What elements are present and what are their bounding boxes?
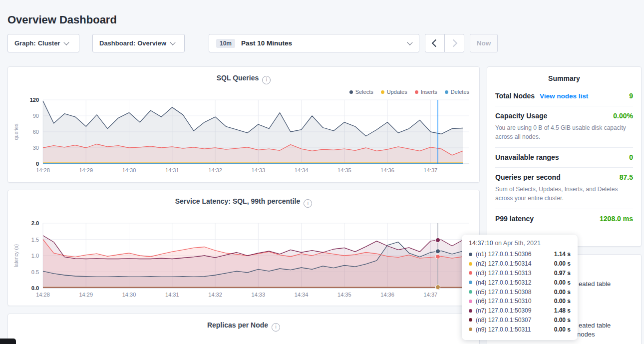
y-tick-label: 120 [30,97,39,103]
legend-label: Deletes [451,89,469,95]
bottom-left-badge [0,339,16,344]
crosshair-dot [436,238,440,242]
qps-label: Queries per second [495,173,561,181]
tooltip-node-value: 1.14 s [554,251,571,258]
time-range-selector[interactable]: 10m Past 10 Minutes [209,34,419,52]
chevron-right-icon [450,39,458,47]
tooltip-node-value: 0.00 s [554,317,571,324]
latency-chart[interactable]: 0.00.51.01.52.014:2814:2914:3014:3114:32… [12,218,476,299]
tooltip-row: (n9) 127.0.0.1:503110.00 s [469,325,571,334]
latency-title: Service Latency: SQL, 99th percentile [175,197,301,205]
page-title: Overview Dashboard [7,13,117,26]
tooltip-node-value: 0.00 s [554,298,571,305]
crosshair-dot [436,249,440,254]
y-tick-label: 60 [33,129,39,135]
legend-item-updates[interactable]: Updates [381,89,407,95]
tooltip-row: (n8) 127.0.0.1:503070.00 s [469,315,571,325]
x-tick-label: 14:36 [380,167,394,173]
total-nodes-value: 9 [629,92,633,100]
time-range-badge: 10m [216,39,235,48]
legend-dot [415,90,418,94]
dashboard-dropdown[interactable]: Dashboard: Overview [92,34,185,52]
x-tick-label: 14:32 [208,167,222,173]
qps-value: 87.5 [620,173,633,181]
y-tick-label: 0 [36,161,39,167]
event-item-fragment: nodes [577,331,595,338]
time-next-button[interactable] [444,34,464,52]
x-tick-label: 14:35 [337,292,351,298]
legend-label: Inserts [421,89,437,95]
tooltip-rows: (n1) 127.0.0.1:503061.14 s(n2) 127.0.0.1… [469,250,571,334]
view-nodes-list-link[interactable]: View nodes list [540,92,588,100]
x-tick-label: 14:30 [122,167,136,173]
unavailable-value: 0 [629,153,633,161]
x-tick-label: 14:37 [424,292,438,298]
replicas-chart-card: Replicas per Nodei [7,314,480,344]
tooltip-node-label: (n6) 127.0.0.1:50310 [476,298,551,305]
crosshair-dot [436,285,440,290]
legend-item-selects[interactable]: Selects [349,89,373,95]
tooltip-series-dot [469,309,472,313]
x-tick-label: 14:34 [295,292,309,298]
time-range-label: Past 10 Minutes [241,39,292,47]
tooltip-row: (n1) 127.0.0.1:503061.14 s [469,250,571,259]
info-icon[interactable]: i [262,76,271,84]
sql-queries-chart[interactable]: 030609012014:2814:2914:3014:3114:3214:33… [12,95,476,175]
tooltip-node-label: (n1) 127.0.0.1:50306 [476,251,551,258]
tooltip-series-dot [469,318,472,322]
tooltip-series-dot [469,262,472,266]
graph-dropdown[interactable]: Graph: Cluster [7,34,79,52]
y-tick-label: 30 [33,145,39,151]
y-tick-label: 2.0 [31,220,39,226]
tooltip-node-label: (n8) 127.0.0.1:50307 [476,317,551,324]
tooltip-node-value: 0.97 s [554,270,571,277]
tooltip-node-value: 0.00 s [554,279,571,286]
time-prev-button[interactable] [425,34,445,52]
y-tick-label: 1.5 [31,237,39,243]
x-tick-label: 14:33 [252,167,266,173]
y-tick-label: 0.5 [31,269,39,275]
y-axis-title: queries [13,124,19,140]
crosshair-dot [436,254,440,259]
x-tick-label: 14:28 [36,292,50,298]
tooltip-row: (n4) 127.0.0.1:503120.00 s [469,278,571,287]
legend-dot [445,90,448,94]
chart-legend: SelectsUpdatesInsertsDeletes [342,89,469,95]
x-tick-label: 14:32 [208,292,222,298]
tooltip-time: 14:37:10 [469,240,493,247]
tooltip-series-dot [469,328,472,331]
x-tick-label: 14:33 [252,292,266,298]
tooltip-row: (n2) 127.0.0.1:503140.00 s [469,259,571,269]
info-icon[interactable]: i [272,323,280,332]
tooltip-series-dot [469,271,472,275]
chevron-down-icon [170,39,175,45]
chart-hover-tooltip: 14:37:10 on Apr 5th, 2021 (n1) 127.0.0.1… [462,235,578,340]
y-tick-label: 0.0 [31,285,39,291]
tooltip-series-dot [469,290,472,294]
dashboard-dropdown-label: Dashboard: [99,39,135,47]
tooltip-node-value: 0.00 s [554,289,571,296]
legend-item-inserts[interactable]: Inserts [415,89,437,95]
tooltip-timestamp: 14:37:10 on Apr 5th, 2021 [469,240,571,247]
tooltip-node-value: 0.00 s [554,260,571,267]
tooltip-node-label: (n7) 127.0.0.1:50309 [476,307,551,314]
unavailable-label: Unavailable ranges [495,153,559,161]
tooltip-row: (n5) 127.0.0.1:503080.00 s [469,287,571,297]
y-tick-label: 90 [33,113,39,119]
legend-item-deletes[interactable]: Deletes [445,89,469,95]
capacity-value: 0.00% [613,112,633,120]
now-button[interactable]: Now [470,34,498,52]
y-tick-label: 1.0 [31,253,39,259]
tooltip-row: (n3) 127.0.0.1:503130.97 s [469,269,571,278]
graph-dropdown-label: Graph: [14,39,36,47]
x-tick-label: 14:29 [79,292,93,298]
tooltip-node-label: (n9) 127.0.0.1:50311 [476,326,551,333]
legend-label: Selects [355,89,373,95]
summary-panel: Summary Total Nodes View nodes list 9 Ca… [487,66,642,247]
info-icon[interactable]: i [304,199,312,208]
legend-label: Updates [387,89,407,95]
x-tick-label: 14:36 [380,292,394,298]
p99-value: 1208.0 ms [600,215,633,223]
tooltip-series-dot [469,281,472,284]
summary-title: Summary [495,67,633,86]
